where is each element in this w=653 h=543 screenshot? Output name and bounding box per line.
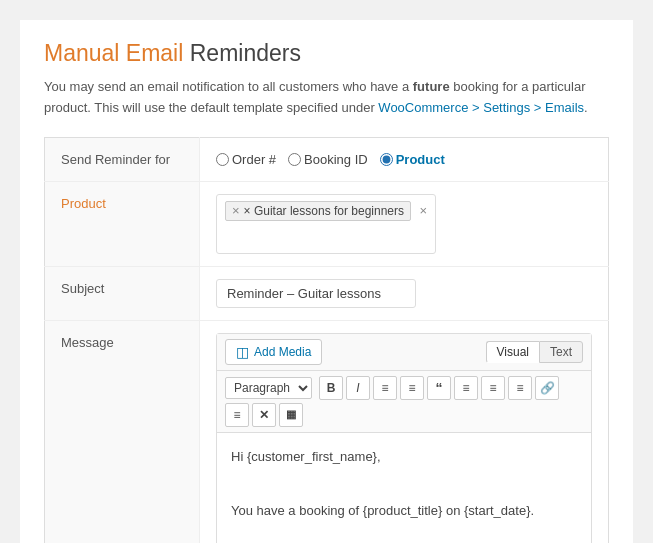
- send-reminder-label: Send Reminder for: [45, 137, 200, 181]
- format-toolbar: Paragraph B I ≡ ≡ “ ≡ ≡ ≡ 🔗 ≡ ✕ ▦: [217, 371, 591, 433]
- remove-format-button[interactable]: ✕: [252, 403, 276, 427]
- radio-order-text: Order #: [232, 152, 276, 167]
- intro-bold: future: [413, 79, 450, 94]
- intro-link[interactable]: WooCommerce > Settings > Emails: [378, 100, 584, 115]
- radio-booking-label[interactable]: Booking ID: [288, 152, 368, 167]
- radio-product-label[interactable]: Product: [380, 152, 445, 167]
- tab-text[interactable]: Text: [539, 341, 583, 363]
- row-product: Product × × Guitar lessons for beginners…: [45, 181, 609, 266]
- product-tag-x[interactable]: ×: [232, 204, 240, 217]
- editor-topbar: ◫ Add Media Visual Text: [217, 334, 591, 371]
- table-button[interactable]: ▦: [279, 403, 303, 427]
- message-label: Message: [45, 320, 200, 543]
- title-orange: Manual Email: [44, 40, 183, 66]
- add-media-label: Add Media: [254, 345, 311, 359]
- message-field-cell: ◫ Add Media Visual Text: [200, 320, 609, 543]
- paragraph-select[interactable]: Paragraph: [225, 377, 312, 399]
- product-field-cell: × × Guitar lessons for beginners ×: [200, 181, 609, 266]
- italic-button[interactable]: I: [346, 376, 370, 400]
- radio-group: Order # Booking ID Product: [216, 150, 592, 167]
- editor-line-spacer1: [231, 472, 577, 495]
- row-message: Message ◫ Add Media Visual: [45, 320, 609, 543]
- align-right-button[interactable]: ≡: [508, 376, 532, 400]
- row-send-reminder: Send Reminder for Order # Booking ID Pro…: [45, 137, 609, 181]
- align-left-button[interactable]: ≡: [454, 376, 478, 400]
- bold-button[interactable]: B: [319, 376, 343, 400]
- radio-booking-text: Booking ID: [304, 152, 368, 167]
- radio-product-text: Product: [396, 152, 445, 167]
- product-clear-btn[interactable]: ×: [419, 203, 427, 218]
- subject-field-cell: Reminder – Guitar lessons: [200, 266, 609, 320]
- editor-body[interactable]: Hi {customer_first_name}, You have a boo…: [217, 433, 591, 543]
- row-subject: Subject Reminder – Guitar lessons: [45, 266, 609, 320]
- product-tag-text: × Guitar lessons for beginners: [244, 204, 404, 218]
- product-tag: × × Guitar lessons for beginners: [225, 201, 411, 221]
- ordered-list-button[interactable]: ≡: [400, 376, 424, 400]
- intro-text: You may send an email notification to al…: [44, 77, 609, 119]
- tab-visual-label: Visual: [497, 345, 529, 359]
- radio-order-label[interactable]: Order #: [216, 152, 276, 167]
- product-selector[interactable]: × × Guitar lessons for beginners ×: [216, 194, 436, 254]
- tab-visual[interactable]: Visual: [486, 341, 539, 363]
- editor-line-spacer2: [231, 527, 577, 543]
- link-button[interactable]: 🔗: [535, 376, 559, 400]
- editor-line-2: You have a booking of {product_title} on…: [231, 499, 577, 522]
- subject-display[interactable]: Reminder – Guitar lessons: [216, 279, 416, 308]
- intro-period: .: [584, 100, 588, 115]
- radio-booking[interactable]: [288, 153, 301, 166]
- unordered-list-button[interactable]: ≡: [373, 376, 397, 400]
- horizontal-rule-button[interactable]: ≡: [225, 403, 249, 427]
- send-reminder-field: Order # Booking ID Product: [200, 137, 609, 181]
- radio-product[interactable]: [380, 153, 393, 166]
- product-label: Product: [45, 181, 200, 266]
- add-media-button[interactable]: ◫ Add Media: [225, 339, 322, 365]
- subject-label: Subject: [45, 266, 200, 320]
- tab-text-label: Text: [550, 345, 572, 359]
- align-center-button[interactable]: ≡: [481, 376, 505, 400]
- blockquote-button[interactable]: “: [427, 376, 451, 400]
- intro-text-before: You may send an email notification to al…: [44, 79, 413, 94]
- title-dark: Reminders: [190, 40, 301, 66]
- add-media-icon: ◫: [236, 344, 249, 360]
- subject-value-text: Reminder – Guitar lessons: [227, 286, 381, 301]
- form-table: Send Reminder for Order # Booking ID Pro…: [44, 137, 609, 543]
- page-wrapper: Manual Email Reminders You may send an e…: [20, 20, 633, 543]
- page-title: Manual Email Reminders: [44, 40, 609, 67]
- editor-line-1: Hi {customer_first_name},: [231, 445, 577, 468]
- view-tabs: Visual Text: [486, 341, 583, 363]
- radio-order[interactable]: [216, 153, 229, 166]
- editor-area: ◫ Add Media Visual Text: [216, 333, 592, 543]
